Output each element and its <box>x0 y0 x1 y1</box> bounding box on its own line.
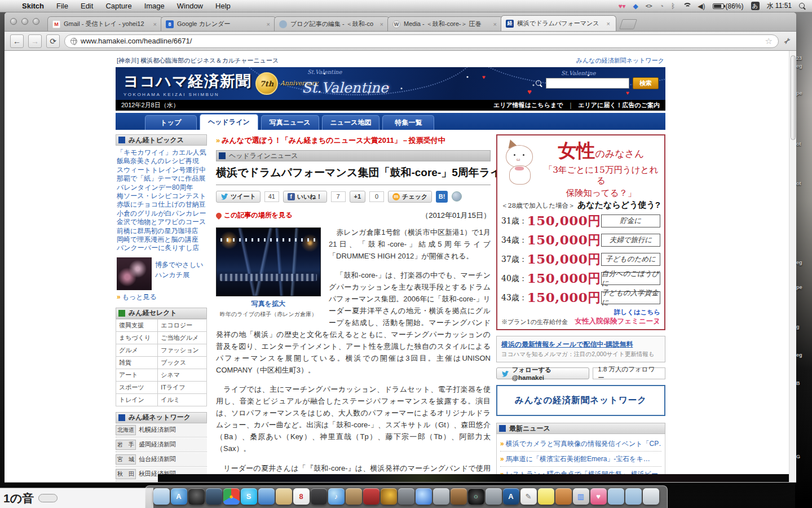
topic-link[interactable]: 梅ソース・レシピコンテスト <box>117 192 207 200</box>
power-icon[interactable]: ○ <box>468 488 484 505</box>
topic-link[interactable]: 飯島奈美さんのレシピ再現 <box>117 157 207 165</box>
select-link[interactable]: イルミ <box>158 393 207 406</box>
chrome-menu-icon[interactable]: 🔧︎ <box>783 37 791 45</box>
select-link[interactable]: グルメ <box>116 344 158 356</box>
chrome-icon[interactable]: ● <box>223 488 240 505</box>
nav-headline[interactable]: ヘッドライン <box>200 114 258 130</box>
forward-button[interactable]: → <box>28 34 42 48</box>
code-menu-icon[interactable]: <> <box>646 3 652 9</box>
topic-link[interactable]: バンクーバーに炙りすし店 <box>117 244 207 252</box>
itunes-icon[interactable]: ♪ <box>328 488 345 505</box>
site-logo[interactable]: ヨコハマ経済新聞 <box>123 71 251 91</box>
photo-booth-icon[interactable] <box>206 488 222 505</box>
menu-capture[interactable]: Capture <box>99 0 138 12</box>
tweet-button[interactable]: ツイート <box>216 191 261 203</box>
tab-google-calendar[interactable]: 8 Google カレンダー × <box>161 16 276 31</box>
topic-photo-item[interactable]: 博多でやさしいハンカチ展 <box>117 257 207 290</box>
select-link[interactable]: ブックス <box>158 356 207 369</box>
topic-link[interactable]: 金沢で地物とアワビのコース <box>117 218 207 226</box>
messages-icon[interactable] <box>258 488 275 505</box>
address-bar[interactable]: ☆ <box>64 34 779 48</box>
topic-link[interactable]: 那覇で「紙」テーマに作品展 <box>117 174 207 183</box>
ad-detail-link[interactable]: 詳しくはこちら <box>575 308 660 317</box>
award-banner-link[interactable]: »みんなで選ぼう！「みん経まちのニュース大賞2011」－投票受付中 <box>216 135 491 146</box>
twitter-follow-button[interactable]: フォローする @hamakei <box>496 367 589 379</box>
time-machine-icon[interactable]: ◔ <box>660 2 664 10</box>
menu-edit[interactable]: Edit <box>74 0 99 12</box>
menu-window[interactable]: Window <box>171 0 209 12</box>
menu-file[interactable]: File <box>50 0 74 12</box>
topic-link[interactable]: 前橋に群馬初の星乃珈琲店 <box>117 227 207 235</box>
site-search-button[interactable]: 検索 <box>633 77 659 89</box>
site-search-input[interactable] <box>546 78 629 89</box>
nav-news-map[interactable]: ニュース地図 <box>322 115 380 130</box>
select-link[interactable]: トレイン <box>116 393 158 406</box>
network-link[interactable]: みんなの経済新聞ネットワーク <box>576 56 664 65</box>
trash-icon[interactable] <box>643 488 659 505</box>
photo-zoom-link[interactable]: 写真を拡大 <box>216 299 321 309</box>
minimize-window-button[interactable] <box>21 18 28 25</box>
select-link[interactable]: シネマ <box>158 369 207 381</box>
bluetooth-icon[interactable]: ᛒ <box>671 2 675 10</box>
displays-icon[interactable] <box>433 488 449 505</box>
topic-link[interactable]: バレンタインデー80周年 <box>117 183 207 192</box>
select-link[interactable]: まちづくり <box>116 331 158 344</box>
folder-documents-icon[interactable] <box>608 488 624 505</box>
skype-icon[interactable]: S <box>241 488 257 505</box>
tab-media[interactable]: W Media - ＜鼓和-core-＞ 圧巻 × <box>387 16 503 31</box>
more-topics-link[interactable]: »もっと見る <box>117 292 207 302</box>
tab-hamakei-active[interactable]: 経 横浜でドラムパフォーマンス × <box>501 15 616 31</box>
select-link[interactable]: スポーツ <box>116 381 158 393</box>
topic-link[interactable]: スウィートトレイン号運行中 <box>117 166 207 174</box>
reload-button[interactable]: ⟳ <box>46 34 60 48</box>
news-link[interactable]: »馬車道に「横濱宝石美術館Emera」-宝石をキ… <box>500 452 661 467</box>
mail-icon[interactable] <box>153 488 170 505</box>
font-book-icon[interactable] <box>398 488 414 505</box>
select-link[interactable]: アート <box>116 369 158 381</box>
scrollbar-thumb[interactable] <box>791 55 796 140</box>
news-link[interactable]: »横浜でカメラと写真映像の情報発信イベント「CP… <box>500 436 661 452</box>
site-security-icon[interactable] <box>70 38 77 45</box>
nav-photo-news[interactable]: 写真ニュース <box>261 115 319 130</box>
insurance-ad[interactable]: ω 女性のみなさん 「3年ごとに15万円うけとれる 保険知ってる？」 <box>496 134 665 330</box>
ad-product-link[interactable]: 女性入院保険フェミニーヌ <box>575 317 660 326</box>
textedit-icon[interactable]: ✎ <box>520 488 537 505</box>
tab-gmail[interactable]: M Gmail - 受信トレイ - yohei12 × <box>47 16 163 31</box>
battery-indicator[interactable]: (86%) <box>713 2 744 10</box>
topic-link[interactable]: 赤坂にチョコ仕上げの甘納豆 <box>117 200 207 209</box>
tab-close-icon[interactable]: × <box>266 21 271 28</box>
aterm-wimax-icon[interactable]: A <box>503 488 519 505</box>
select-link[interactable]: ファッション <box>158 344 207 356</box>
select-link[interactable]: ITライフ <box>158 381 207 393</box>
ad-guide-link[interactable]: エリアに届く！広告のご案内 <box>578 101 660 110</box>
network-row[interactable]: 岩 手盛岡経済新聞 <box>116 438 207 452</box>
calendar-icon[interactable]: 8 <box>293 488 310 505</box>
system-preferences-icon[interactable] <box>486 488 502 505</box>
concert-photo[interactable] <box>216 227 321 296</box>
tab-close-icon[interactable]: × <box>606 20 611 27</box>
menu-help[interactable]: Help <box>209 0 237 12</box>
hearts-app-icon[interactable]: ♥ <box>590 488 607 505</box>
volume-icon[interactable]: ◀) <box>698 2 705 10</box>
network-row[interactable]: 宮 城仙台経済新聞 <box>116 453 207 467</box>
blue-orb-app-icon[interactable] <box>416 488 432 505</box>
input-method-icon[interactable]: あ <box>751 2 760 10</box>
zoom-window-button[interactable] <box>33 18 39 25</box>
tab-close-icon[interactable]: × <box>379 21 385 28</box>
hatena-bookmark-button[interactable]: B! <box>436 191 448 203</box>
nav-top[interactable]: トップ <box>145 115 197 130</box>
tab-close-icon[interactable]: × <box>152 21 158 28</box>
wifi-icon[interactable] <box>682 3 690 9</box>
select-link[interactable]: 雑貨 <box>116 356 158 369</box>
new-tab-button[interactable] <box>619 19 637 29</box>
select-link[interactable]: エコロジー <box>158 319 207 331</box>
skitch-menu-icon[interactable]: ♥▾ <box>618 2 625 10</box>
tab-blog-edit[interactable]: ブログ記事の編集 - ＜鼓和-co × <box>274 16 390 31</box>
dictionary-icon[interactable] <box>363 488 379 505</box>
menu-image[interactable]: Image <box>138 0 171 12</box>
spotlight-icon[interactable] <box>799 3 805 9</box>
back-button[interactable]: ← <box>10 34 24 48</box>
address-book-icon[interactable] <box>555 488 572 505</box>
stickies-icon[interactable] <box>538 488 554 505</box>
folder-downloads-icon[interactable] <box>625 488 642 505</box>
